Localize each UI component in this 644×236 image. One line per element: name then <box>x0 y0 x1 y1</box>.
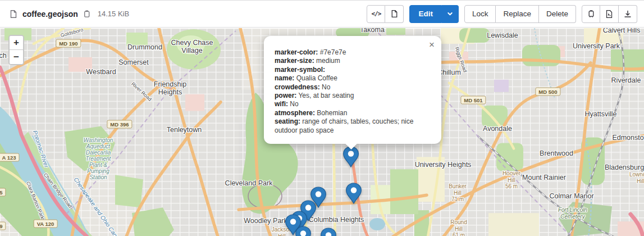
replace-button[interactable]: Replace <box>496 5 539 23</box>
rendered-file-icon <box>390 10 399 18</box>
file-viewer: coffee.geojson 14.15 KiB </> Edit <box>0 0 644 236</box>
copy-contents-button[interactable] <box>582 5 600 23</box>
geojson-map[interactable]: DrummondChevy Chase VillageSomersetWestb… <box>0 28 644 236</box>
edit-dropdown-button[interactable] <box>442 5 459 23</box>
file-size: 14.15 KiB <box>98 10 129 18</box>
feature-property: crowdedness: No <box>275 83 428 92</box>
display-source-button[interactable]: </> <box>367 5 385 23</box>
file-name: coffee.geojson <box>22 10 78 19</box>
document-icon <box>9 10 18 19</box>
copy-contents-icon <box>587 10 596 19</box>
open-raw-button[interactable] <box>600 5 619 23</box>
popup-close-button[interactable]: × <box>428 39 436 51</box>
download-button[interactable] <box>619 5 637 23</box>
code-icon: </> <box>371 10 381 17</box>
zoom-out-button[interactable]: − <box>10 50 23 64</box>
edit-split-button: Edit <box>409 5 459 23</box>
map-marker[interactable] <box>295 226 312 236</box>
feature-property: seating: range of chairs, tables, couche… <box>275 117 428 135</box>
feature-properties: marker-color: #7e7e7emarker-size: medium… <box>275 48 428 135</box>
file-actions-group: Lock Replace Delete <box>464 5 576 23</box>
download-icon <box>623 10 632 19</box>
raw-file-icon <box>605 10 614 19</box>
feature-property: name: Qualia Coffee <box>275 74 428 83</box>
map-marker[interactable] <box>320 228 337 236</box>
feature-property: power: Yes, at bar seating <box>275 92 428 100</box>
copy-path-icon <box>83 10 91 18</box>
file-info: coffee.geojson 14.15 KiB <box>9 10 129 19</box>
feature-property: wifi: No <box>275 100 428 108</box>
copy-file-path-button[interactable] <box>83 10 91 18</box>
toolbar-actions: </> Edit Lock Replace Delete <box>367 5 637 23</box>
feature-popup: marker-color: #7e7e7emarker-size: medium… <box>264 36 441 144</box>
map-marker[interactable] <box>345 183 362 204</box>
map-zoom-control: + − <box>8 35 24 65</box>
display-rendered-button[interactable] <box>385 5 404 23</box>
view-toggle-group: </> <box>367 5 404 23</box>
feature-property: marker-size: medium <box>275 57 428 65</box>
edit-button[interactable]: Edit <box>409 5 442 23</box>
feature-property: marker-color: #7e7e7e <box>275 48 428 57</box>
file-utility-group <box>582 5 637 23</box>
chevron-down-icon <box>446 10 454 17</box>
delete-button[interactable]: Delete <box>539 5 576 23</box>
file-header-toolbar: coffee.geojson 14.15 KiB </> Edit <box>0 1 644 28</box>
lock-button[interactable]: Lock <box>464 5 496 23</box>
feature-property: atmosphere: Bohemian <box>275 109 428 117</box>
zoom-in-button[interactable]: + <box>10 36 23 50</box>
feature-property: marker-symbol: <box>275 66 428 74</box>
